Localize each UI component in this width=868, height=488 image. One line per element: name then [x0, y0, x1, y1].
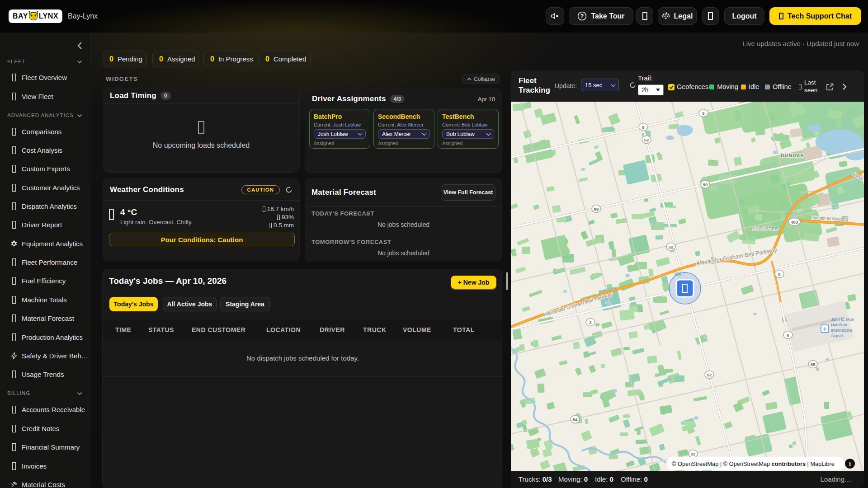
svg-text:65: 65	[811, 362, 816, 367]
svg-text:DUNDAS: DUNDAS	[781, 153, 804, 158]
svg-text:6: 6	[778, 272, 780, 277]
svg-text:54: 54	[573, 417, 578, 422]
svg-text:99: 99	[594, 206, 599, 211]
svg-text:52: 52	[644, 137, 649, 142]
svg-text:Alexander Graham Bell Parkway: Alexander Graham Bell Parkway	[696, 247, 778, 267]
svg-text:?: ?	[580, 13, 584, 19]
svg-text:6: 6	[787, 333, 789, 338]
svg-text:i: i	[849, 460, 851, 467]
svg-text:8: 8	[642, 125, 644, 130]
svg-text:99: 99	[703, 182, 708, 187]
svg-text:Internationa: Internationa	[831, 328, 853, 333]
svg-text:John C. Mun: John C. Mun	[831, 317, 854, 322]
svg-text:403: 403	[791, 220, 798, 225]
svg-text:ANCASTER: ANCASTER	[752, 226, 778, 231]
svg-text:52: 52	[707, 372, 712, 377]
svg-text:Airport: Airport	[831, 333, 843, 338]
svg-text:22: 22	[691, 451, 696, 456]
svg-text:Hamilton: Hamilton	[831, 323, 847, 327]
svg-text:2: 2	[589, 320, 591, 325]
svg-text:© OpenStreetMap | © OpenStreet: © OpenStreetMap | © OpenStreetMap contri…	[672, 460, 835, 467]
svg-text:52: 52	[669, 244, 674, 249]
svg-text:✈: ✈	[822, 326, 826, 332]
svg-text:5: 5	[702, 111, 705, 116]
